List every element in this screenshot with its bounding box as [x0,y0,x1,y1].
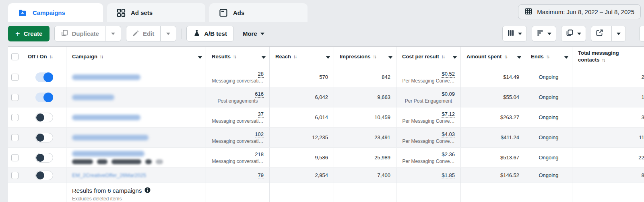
row-checkbox[interactable] [11,172,19,179]
row-checkbox[interactable] [11,94,19,101]
ab-test-button[interactable]: A/B test [186,26,234,41]
campaign-name-redacted-bar [72,151,144,157]
column-menu-caret-icon[interactable] [326,56,330,59]
amount-spent-cell: $411.24 [461,128,525,147]
export-dropdown-caret[interactable] [611,26,625,41]
column-label: Off / On ↑↓ [28,54,57,60]
column-header-campaign[interactable]: Campaign ↑↓ [66,47,206,67]
metric-value-text: 79 [258,172,264,179]
metric-value-text: 218 [255,151,264,158]
edit-button[interactable]: Edit [126,26,160,41]
impressions-cell: 842 [334,67,396,87]
summary-cell [461,183,525,202]
column-header-ends[interactable]: Ends ↑↓ [525,47,572,67]
view-settings-toolbar [502,26,626,41]
reports-button[interactable] [561,26,586,41]
impressions-cell: 10,459 [334,107,396,127]
tab-campaigns[interactable]: Campaigns [8,3,103,22]
metric-value-text: 28 [258,71,264,78]
campaign-toggle[interactable] [35,171,53,180]
row-checkbox[interactable] [11,74,19,81]
results-cell: 102Messaging conversati… [206,128,270,147]
summary-cell [270,183,334,202]
column-menu-caret-icon[interactable] [388,56,392,59]
metric-sublabel: Per Post Engagement [402,98,455,104]
ends-cell: Ongoing [525,107,572,127]
campaign-name-redacted-text: EM_2CreativeOffer_26Mar2025 [72,172,206,178]
toggle-knob [43,93,53,102]
clipped-toolbar-button[interactable] [639,26,644,41]
column-menu-caret-icon[interactable] [564,56,568,59]
columns-icon [507,29,514,38]
breakdown-button[interactable] [532,26,556,41]
campaign-name-cell[interactable] [66,67,206,87]
metric-value: 23,491 [340,134,390,140]
date-range-button[interactable]: Maximum: Jun 8, 2022 – Jul 8, 2025 [518,4,641,19]
ends-cell: Ongoing [525,87,572,107]
edit-dropdown-caret[interactable] [160,26,176,41]
column-menu-caret-icon[interactable] [517,56,521,59]
column-header-impressions[interactable]: Impressions ↑↓ [334,47,396,67]
cost-per-result-cell: $0.52Per Messaging Conve… [396,67,461,87]
more-button[interactable]: More [239,26,268,41]
duplicate-button[interactable]: Duplicate [55,26,105,41]
tab-ads[interactable]: Ads [209,3,308,22]
pencil-icon [132,30,139,38]
ends-value: Ongoing [539,114,558,120]
column-header-off-on[interactable]: Off / On ↑↓ [22,47,66,67]
select-all-checkbox[interactable] [11,53,19,60]
campaign-toggle[interactable] [35,133,53,142]
metric-value: 79 [212,172,264,178]
campaign-name-cell[interactable] [66,148,206,167]
campaign-toggle[interactable] [35,93,53,102]
column-header-reach[interactable]: Reach ↑↓ [270,47,334,67]
amount-spent-cell: $513.67 [461,148,525,167]
export-button[interactable] [591,26,608,41]
campaign-toggle[interactable] [35,153,53,163]
row-select-cell [8,87,22,107]
tab-ad-sets[interactable]: Ad sets [107,3,205,22]
columns-button[interactable] [502,26,527,41]
toggle-knob [36,171,44,179]
copy-icon [61,29,68,38]
toggle-knob [36,113,44,122]
row-checkbox[interactable] [11,154,19,161]
tab-label: Ads [233,9,244,16]
campaign-name-cell[interactable] [66,87,206,107]
row-checkbox[interactable] [11,134,19,141]
row-checkbox[interactable] [11,114,19,121]
column-header-cost-per-result[interactable]: Cost per result ↑↓ [396,47,461,67]
calendar-icon [524,7,533,16]
campaign-name-cell[interactable] [66,128,206,147]
campaigns-table: Off / On ↑↓Campaign ↑↓Results ↑↓Reach ↑↓… [8,46,644,202]
metric-sublabel: Messaging conversati… [212,118,264,124]
column-header-total-messaging-contacts[interactable]: Total messaging contacts ↑↓ [572,47,644,67]
campaign-name-cell[interactable] [66,107,206,127]
campaign-name-redacted-bar [72,115,140,120]
row-toggle-cell [22,67,66,87]
column-menu-caret-icon[interactable] [198,56,202,59]
cost-per-result-cell: $1.85 [396,168,461,183]
redacted-badge [156,159,163,164]
create-button[interactable]: + Create [8,26,50,41]
impressions-cell: 7,400 [334,168,396,183]
column-header-results[interactable]: Results ↑↓ [206,47,270,67]
cost-per-result-cell: $0.09Per Post Engagement [396,87,461,107]
campaign-name-redacted-bar [72,95,114,100]
column-header-amount-spent[interactable]: Amount spent ↑↓ [461,47,525,67]
info-icon[interactable] [144,187,151,194]
results-cell: 28Messaging conversati… [206,67,270,87]
duplicate-split-button: Duplicate [54,26,121,41]
campaign-toggle[interactable] [35,113,53,122]
campaign-toggle[interactable] [35,72,53,82]
column-menu-caret-icon[interactable] [453,56,457,59]
column-menu-caret-icon[interactable] [262,56,266,59]
table-header-row: Off / On ↑↓Campaign ↑↓Results ↑↓Reach ↑↓… [8,46,644,67]
campaign-name-cell[interactable]: EM_2CreativeOffer_26Mar2025 [66,168,206,183]
redacted-badges [72,159,206,164]
flask-icon [193,29,200,38]
row-select-cell [8,128,22,147]
metric-value-text: $4.03 [442,131,455,138]
duplicate-dropdown-caret[interactable] [105,26,121,41]
reach-cell: 570 [270,67,334,87]
